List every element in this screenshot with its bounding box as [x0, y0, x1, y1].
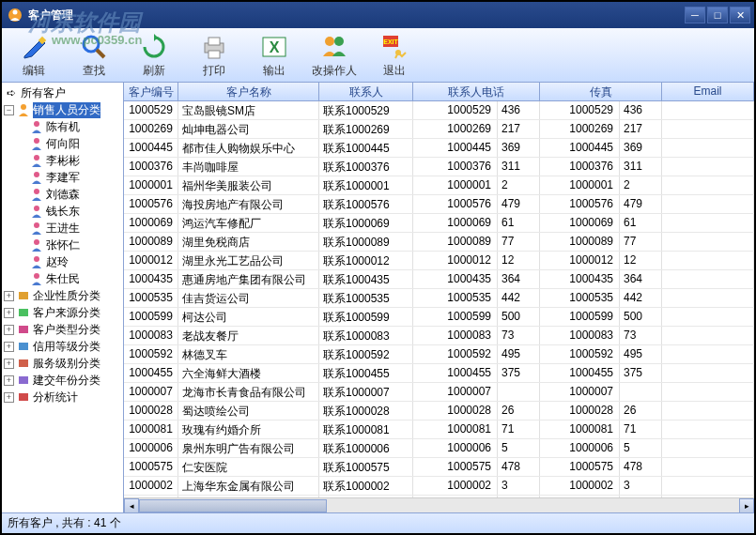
- table-row[interactable]: 1000576海投房地产有限公司联系1000576100057647910005…: [124, 195, 754, 214]
- tree-person[interactable]: 刘德森: [4, 186, 121, 203]
- svg-rect-26: [19, 292, 28, 299]
- scroll-left-button[interactable]: ◂: [124, 498, 139, 512]
- tree-person-label: 钱长东: [46, 204, 80, 220]
- tree-person[interactable]: 陈有机: [4, 118, 121, 135]
- cell-id: 1000089: [124, 233, 178, 251]
- table-row[interactable]: 1000028蜀达喷绘公司联系1000028100002826100002826: [124, 402, 754, 420]
- cell-id: 1000535: [124, 289, 178, 307]
- tree-person[interactable]: 李彬彬: [4, 152, 121, 169]
- tree-category[interactable]: +建交年份分类: [4, 372, 121, 389]
- tree-person[interactable]: 李建军: [4, 169, 121, 186]
- cell-phone2: 12: [498, 252, 540, 269]
- table-row[interactable]: 1000535佳吉货运公司联系1000535100053544210005354…: [124, 289, 754, 308]
- cell-fax1: 1000006: [540, 439, 620, 457]
- header-phone[interactable]: 联系人电话: [413, 83, 540, 100]
- svg-point-25: [34, 273, 39, 279]
- tree-person[interactable]: 张怀仁: [4, 237, 121, 253]
- header-email[interactable]: Email: [662, 83, 754, 100]
- change-creator-button[interactable]: 改操作人: [306, 30, 363, 81]
- table-row[interactable]: 1000575仁安医院联系100057510005754781000575478: [124, 458, 754, 477]
- expand-icon[interactable]: +: [4, 359, 14, 369]
- edit-button[interactable]: 编辑: [6, 30, 62, 81]
- table-row[interactable]: 1000002上海华东金属有限公司联系100000210000023100000…: [124, 477, 754, 496]
- tree-category[interactable]: +客户来源分类: [4, 304, 121, 321]
- cell-id: 1000006: [124, 439, 178, 457]
- expand-icon[interactable]: +: [4, 375, 14, 386]
- table-row[interactable]: 1000081玫瑰有约婚介所联系100008110000817110000817…: [124, 420, 754, 439]
- table-row[interactable]: 1000599柯达公司联系100059910005995001000599500: [124, 308, 754, 327]
- table-row[interactable]: 1000376丰尚咖啡屋联系10003761000376311100037631…: [124, 158, 754, 176]
- table-row[interactable]: 1000529宝岛眼镜SM店联系100052910005294361000529…: [124, 101, 754, 120]
- cell-fax1: 1000435: [540, 270, 620, 288]
- expand-icon[interactable]: +: [4, 291, 14, 301]
- scroll-right-button[interactable]: ▸: [739, 498, 754, 512]
- person-icon: [29, 119, 44, 134]
- expand-icon[interactable]: +: [4, 392, 14, 403]
- export-button[interactable]: X 输出: [246, 30, 302, 81]
- tree-category[interactable]: +信用等级分类: [4, 338, 121, 355]
- header-id[interactable]: 客户编号: [124, 83, 178, 100]
- table-row[interactable]: 1000269灿坤电器公司联系1000269100026921710002692…: [124, 120, 754, 139]
- table-row[interactable]: 1000007龙海市长青食品有限公司联系10000071000007100000…: [124, 383, 754, 402]
- expand-icon[interactable]: +: [4, 325, 14, 335]
- find-button[interactable]: 查找: [66, 30, 122, 81]
- exit-button[interactable]: EXIT 退出: [366, 30, 423, 81]
- cell-name: 泉州东明广告有限公司: [178, 439, 319, 457]
- tree-category[interactable]: +企业性质分类: [4, 287, 121, 304]
- svg-rect-32: [19, 393, 28, 401]
- refresh-icon: [139, 32, 169, 62]
- tree-sales-category[interactable]: − 销售人员分类: [4, 101, 121, 118]
- cell-id: 1000083: [124, 327, 178, 344]
- table-row[interactable]: 1000012湖里永光工艺品公司联系1000012100001212100001…: [124, 252, 754, 270]
- table-row[interactable]: 1000089湖里免税商店联系1000089100008977100008977: [124, 233, 754, 252]
- tree-category[interactable]: +服务级别分类: [4, 355, 121, 372]
- tree-person[interactable]: 赵玲: [4, 253, 121, 270]
- grid-body[interactable]: 1000529宝岛眼镜SM店联系100052910005294361000529…: [124, 101, 754, 497]
- table-row[interactable]: 1000083老战友餐厅联系1000083100008373100008373: [124, 327, 754, 345]
- expand-icon[interactable]: +: [4, 342, 14, 352]
- cell-fax2: 364: [620, 270, 662, 288]
- tree-person[interactable]: 何向阳: [4, 135, 121, 152]
- cell-name: 宝岛眼镜SM店: [178, 101, 319, 119]
- sidebar-tree[interactable]: ➪ 所有客户 − 销售人员分类 陈有机何向阳李彬彬李建军刘德森钱长东王进生张怀仁…: [2, 83, 124, 512]
- header-fax[interactable]: 传真: [540, 83, 662, 100]
- tree-root[interactable]: ➪ 所有客户: [4, 84, 121, 101]
- cell-email: [662, 439, 754, 457]
- cell-phone1: 1000002: [413, 477, 498, 495]
- table-row[interactable]: 1000592林德叉车联系100059210005924951000592495: [124, 345, 754, 364]
- svg-rect-31: [19, 376, 28, 384]
- table-row[interactable]: 1000069鸿运汽车修配厂联系100006910000696110000696…: [124, 214, 754, 233]
- cell-fax2: 442: [620, 289, 662, 307]
- print-button[interactable]: 打印: [186, 30, 242, 81]
- cell-id: 1000376: [124, 158, 178, 176]
- cell-contact: 联系1000455: [319, 364, 413, 382]
- tree-root-label: 所有客户: [21, 85, 66, 101]
- header-name[interactable]: 客户名称: [178, 83, 319, 100]
- person-icon: [29, 237, 44, 252]
- tree-category[interactable]: +分析统计: [4, 389, 121, 405]
- close-button[interactable]: ✕: [730, 7, 750, 23]
- table-row[interactable]: 1000455六全海鲜大酒楼联系100045510004553751000455…: [124, 364, 754, 383]
- table-row[interactable]: 1000445都市佳人购物娱乐中心联系100044510004453691000…: [124, 139, 754, 158]
- minimize-button[interactable]: ─: [685, 7, 705, 23]
- tree-category[interactable]: +客户类型分类: [4, 321, 121, 338]
- cell-fax2: 311: [620, 158, 662, 176]
- scroll-thumb[interactable]: [139, 499, 327, 512]
- header-contact[interactable]: 联系人: [319, 83, 413, 100]
- svg-point-17: [34, 138, 39, 144]
- tree-person[interactable]: 王进生: [4, 220, 121, 237]
- tree-category-label: 分析统计: [33, 390, 78, 405]
- table-row[interactable]: 1000435惠通房地产集团有限公司联系10004351000435364100…: [124, 270, 754, 289]
- tree-person[interactable]: 朱仕民: [4, 270, 121, 287]
- collapse-icon[interactable]: −: [4, 105, 14, 115]
- refresh-button[interactable]: 刷新: [126, 30, 182, 81]
- cell-fax1: 1000028: [540, 402, 620, 420]
- maximize-button[interactable]: □: [707, 7, 728, 23]
- horizontal-scrollbar[interactable]: ◂ ▸: [124, 497, 754, 512]
- tree-sales-label: 销售人员分类: [33, 102, 100, 118]
- table-row[interactable]: 1000006泉州东明广告有限公司联系100000610000065100000…: [124, 439, 754, 458]
- cell-contact: 联系1000007: [319, 383, 413, 401]
- table-row[interactable]: 1000001福州华美服装公司联系10000011000001210000012: [124, 176, 754, 195]
- expand-icon[interactable]: +: [4, 308, 14, 318]
- tree-person[interactable]: 钱长东: [4, 203, 121, 220]
